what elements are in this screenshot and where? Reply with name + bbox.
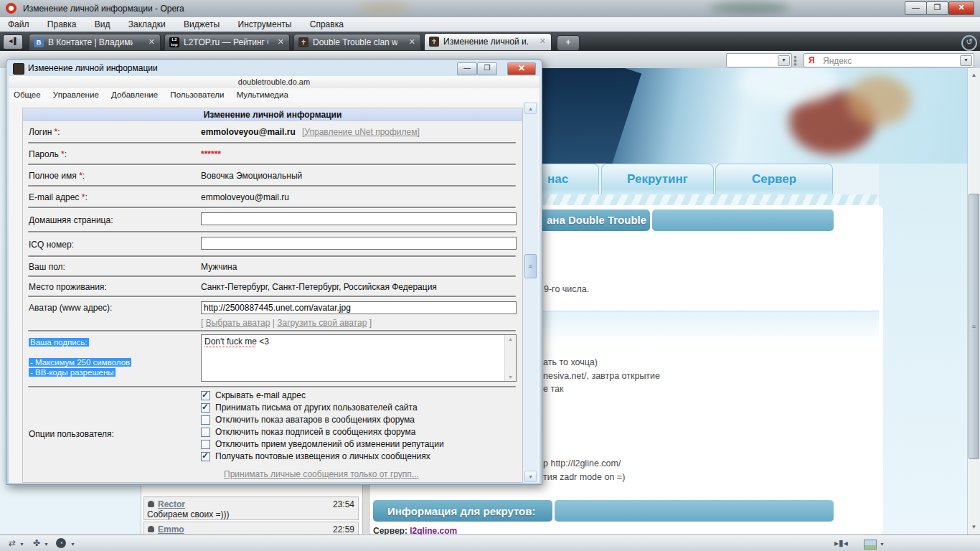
tab-close-icon[interactable]: ✕ <box>540 37 546 46</box>
dialog-close-button[interactable]: ✕ <box>507 62 536 75</box>
admin-menu-multimedia[interactable]: Мультимедиа <box>232 88 293 99</box>
address-bar[interactable]: ▼ <box>726 53 792 67</box>
signature-text-tail: <3 <box>257 336 269 347</box>
dropdown-icon[interactable]: ▼ <box>880 542 885 547</box>
window-title: Изменение личной информации - Opera <box>23 4 184 14</box>
titlebar-glass-blur <box>359 1 409 14</box>
scroll-up-icon[interactable]: ▲ <box>524 103 537 114</box>
avatar-url-input[interactable] <box>201 301 517 314</box>
menu-view[interactable]: Вид <box>87 17 118 29</box>
signature-label: Ваша подпись: <box>29 338 89 347</box>
menu-edit[interactable]: Правка <box>39 17 85 29</box>
dialog-restore-button[interactable]: ❐ <box>477 62 497 75</box>
dropdown-icon[interactable]: ▼ <box>70 542 75 547</box>
tab-profile-edit-active[interactable]: ✝ Изменение личной и... ✕ <box>424 33 552 51</box>
form-row-options: Опции пользователя: Скрывать e-mail адре… <box>23 387 522 483</box>
tab-close-icon[interactable]: ✕ <box>278 37 284 47</box>
opera-turbo-icon[interactable]: ◔ <box>56 538 66 548</box>
tab-l2top[interactable]: L2top L2TOP.ru — Рейтинг С... ✕ <box>164 34 290 51</box>
vk-favicon: B <box>34 37 44 47</box>
avatar-label: Аватар (www адрес): <box>29 303 112 313</box>
profile-edit-dialog: Изменение личной информации — ❐ ✕ double… <box>6 59 542 485</box>
menu-tools[interactable]: Инструменты <box>230 17 300 29</box>
new-tab-button[interactable]: + <box>557 35 580 51</box>
admin-menu-add[interactable]: Добавление <box>106 88 163 99</box>
address-dropdown-icon[interactable]: ▼ <box>778 55 790 66</box>
opera-unite-icon[interactable]: ✤ <box>32 538 42 548</box>
dialog-favicon <box>13 63 24 75</box>
homepage-input[interactable] <box>201 212 517 225</box>
choose-avatar-link[interactable]: Выбрать аватар <box>206 318 270 328</box>
unet-profile-link[interactable]: [Управление uNet профилем] <box>302 127 420 137</box>
collapse-tabs-button[interactable]: ◄▌ <box>3 34 23 50</box>
colon: : <box>85 192 87 202</box>
upload-avatar-link[interactable]: Загрузить свой аватар <box>277 318 367 328</box>
closed-tabs-icon[interactable]: ↺ <box>961 35 977 51</box>
checkbox-label: Отключить показ аватаров в сообщениях фо… <box>215 415 415 425</box>
scroll-up-icon[interactable]: ▲ <box>969 69 979 81</box>
chat-message: Собираем своих =))) <box>147 509 229 519</box>
chat-time: 23:54 <box>333 499 354 509</box>
signature-note-max: - Максимум 250 символов <box>29 358 131 367</box>
titlebar-glass-blur <box>710 1 789 14</box>
images-toggle-icon[interactable] <box>864 540 877 550</box>
tab-title: Изменение личной и... <box>443 37 528 47</box>
location-value: Санкт-Петербург, Санкт-Петербург, Россий… <box>201 282 437 292</box>
tab-vkontakte[interactable]: B В Контакте | Владими... ✕ <box>29 34 161 51</box>
checkbox-mail-notify[interactable] <box>201 452 210 461</box>
search-dropdown-icon[interactable]: ▼ <box>960 55 972 66</box>
scroll-down-icon[interactable]: ▼ <box>524 471 537 482</box>
chat-user-link[interactable]: Emmo <box>158 524 184 534</box>
textarea-scrollbar[interactable]: ▲ ▼ <box>504 335 516 381</box>
checkbox-disable-avatars[interactable] <box>201 415 210 425</box>
checkbox-disable-reputation[interactable] <box>201 440 210 449</box>
scroll-down-icon[interactable]: ▼ <box>508 375 513 380</box>
checkbox-disable-signatures[interactable] <box>201 428 210 437</box>
menu-file[interactable]: Файл <box>0 17 37 29</box>
tab-close-icon[interactable]: ✕ <box>409 37 415 47</box>
dialog-scrollbar[interactable]: ▲ ≡ ▼ <box>523 102 538 483</box>
checkbox-accept-mail[interactable] <box>201 403 210 413</box>
scrollbar-thumb[interactable]: ≡ <box>524 254 537 278</box>
tab-double-trouble[interactable]: ✝ Double Trouble clan w... ✕ <box>293 34 421 51</box>
icq-label: ICQ номер: <box>29 240 74 250</box>
menu-bookmarks[interactable]: Закладки <box>121 17 174 29</box>
close-button[interactable]: ✕ <box>948 1 974 15</box>
form-row-signature: Ваша подпись: - Максимум 250 символов - … <box>23 331 522 386</box>
site-tab-server[interactable]: Сервер <box>715 164 833 194</box>
icq-input[interactable] <box>201 237 517 250</box>
tab-close-icon[interactable]: ✕ <box>149 37 155 47</box>
chat-user-link[interactable]: Rector <box>158 499 185 509</box>
signature-textarea[interactable]: Don't fuck me <3 ▲ ▼ <box>201 334 517 382</box>
form-row-gender: Ваш пол: Мужчина <box>23 257 522 276</box>
dropdown-icon[interactable]: ▼ <box>19 542 24 547</box>
fit-to-width-icon[interactable]: ▸▮◂ <box>834 538 844 548</box>
admin-menu-users[interactable]: Пользователи <box>165 88 229 99</box>
site-tab-recruiting[interactable]: Рекрутинг <box>601 164 714 194</box>
checkbox-hide-email[interactable] <box>201 391 210 400</box>
admin-menu-general[interactable]: Общее <box>9 88 46 99</box>
user-icon <box>148 501 154 507</box>
dialog-client-area: doubletrouble.do.am Общее Управление Доб… <box>9 76 540 483</box>
site-favicon: ✝ <box>429 37 439 47</box>
sync-icon[interactable]: ⇄ <box>7 538 17 548</box>
form-row-avatar: Аватар (www адрес): [ Выбрать аватар | З… <box>23 297 522 330</box>
page-scrollbar[interactable]: ▲ ≡ ▼ <box>967 68 980 534</box>
colon: : <box>83 171 85 181</box>
checkbox-label: Получать почтовые извещения о личных соо… <box>215 451 430 461</box>
menu-widgets[interactable]: Виджеты <box>176 17 227 29</box>
dialog-title: Изменение личной информации <box>28 63 158 73</box>
login-value: emmoloveyou@mail.ru <box>201 127 296 137</box>
admin-menu-management[interactable]: Управление <box>48 88 104 99</box>
minimize-button[interactable]: — <box>905 1 927 15</box>
pm-groups-link[interactable]: Принимать личные сообщения только от гру… <box>224 469 419 479</box>
dropdown-icon[interactable]: ▼ <box>44 542 49 547</box>
restore-button[interactable]: ❐ <box>926 1 948 15</box>
menu-help[interactable]: Справка <box>302 17 352 29</box>
scroll-down-icon[interactable]: ▼ <box>969 521 979 533</box>
dialog-minimize-button[interactable]: — <box>457 62 477 75</box>
search-box[interactable]: Я Яндекс ▼ <box>804 53 974 67</box>
scrollbar-thumb[interactable]: ≡ <box>969 194 979 459</box>
thumb-grip: ≡ <box>529 265 532 268</box>
scroll-up-icon[interactable]: ▲ <box>508 336 513 342</box>
